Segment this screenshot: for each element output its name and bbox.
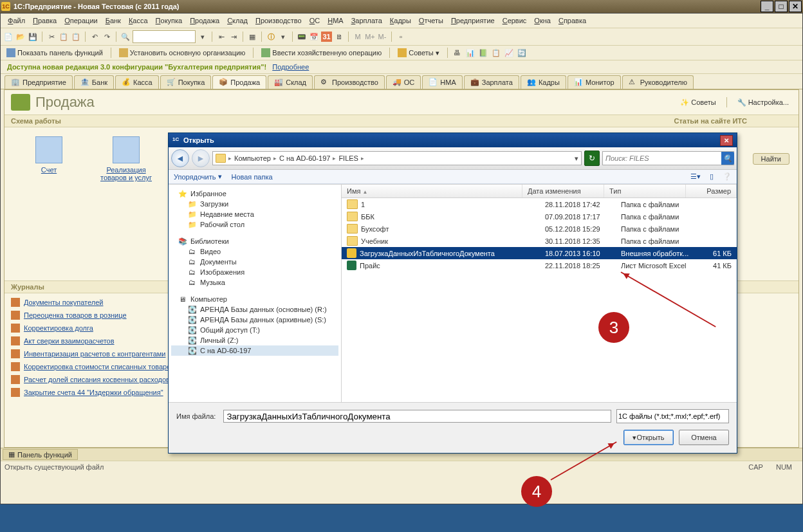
windows-icon[interactable]: ▦	[247, 32, 257, 42]
chart-icon[interactable]: 📈	[504, 48, 514, 58]
open-icon[interactable]: 📂	[15, 32, 26, 42]
m-icon[interactable]: M	[353, 32, 363, 42]
calendar-icon[interactable]: 📅	[309, 32, 319, 42]
newfolder-button[interactable]: Новая папка	[231, 173, 272, 181]
set-org-button[interactable]: Установить основную организацию	[116, 47, 249, 59]
copy-icon[interactable]: 📋	[59, 32, 69, 42]
menu-item[interactable]: Покупка	[152, 15, 186, 26]
tree-item[interactable]: ⭐Избранное	[171, 188, 338, 199]
cut-icon[interactable]: ✂	[46, 32, 57, 42]
tab-Банк[interactable]: 🏦Банк	[74, 75, 114, 89]
nav-forward-button[interactable]: ►	[192, 149, 210, 167]
report-icon[interactable]: 📊	[465, 48, 475, 58]
tree-item[interactable]: 🗂Документы	[171, 257, 338, 267]
tree-item[interactable]: 💽АРЕНДА Базы данных (основные) (R:)	[171, 304, 338, 315]
file-row[interactable]: Учебник30.11.2018 12:35Папка с файлами	[342, 235, 737, 247]
menu-item[interactable]: Банк	[102, 15, 124, 26]
tree-item[interactable]: 💽C на AD-60-197	[171, 345, 338, 356]
show-panel-button[interactable]: Показать панель функций	[3, 47, 106, 59]
paste-icon[interactable]: 📋	[71, 32, 81, 42]
close-button[interactable]: ✕	[789, 1, 802, 12]
menu-item[interactable]: Окна	[531, 15, 554, 26]
menu-item[interactable]: Зарплата	[348, 15, 385, 26]
tree-item[interactable]: 🗂Музыка	[171, 277, 338, 288]
tree-item[interactable]: 💽Общий доступ (T:)	[171, 325, 338, 335]
tab-Монитор[interactable]: 📊Монитор	[568, 75, 621, 89]
save-icon[interactable]: 💾	[28, 32, 38, 42]
menu-item[interactable]: Справка	[555, 15, 589, 26]
file-row[interactable]: Прайс22.11.2018 18:25Лист Microsoft Exce…	[342, 259, 737, 271]
print-icon[interactable]: 🖶	[452, 48, 463, 58]
menu-item[interactable]: Файл	[5, 15, 28, 26]
nav-back-button[interactable]: ◄	[171, 149, 189, 167]
menu-item[interactable]: НМА	[324, 15, 346, 26]
tab-Касса[interactable]: 💰Касса	[115, 75, 159, 89]
tree-item[interactable]: 💽АРЕНДА Базы данных (архивные) (S:)	[171, 315, 338, 325]
tree-item[interactable]: 📁Недавние места	[171, 209, 338, 219]
tab-Покупка[interactable]: 🛒Покупка	[160, 75, 212, 89]
undo-icon[interactable]: ↶	[89, 32, 100, 42]
workflow-item[interactable]: Счет	[20, 136, 78, 181]
tree-item[interactable]: 🗂Изображения	[171, 267, 338, 277]
chevron-down-icon[interactable]: ▾	[278, 32, 288, 42]
book-icon[interactable]: 📗	[478, 48, 488, 58]
tab-Зарплата[interactable]: 💼Зарплата	[464, 75, 519, 89]
tab-Продажа[interactable]: 📦Продажа	[212, 75, 266, 89]
tips-page-button[interactable]: ✨ Советы	[677, 97, 719, 108]
filename-input[interactable]	[223, 410, 611, 423]
search-input[interactable]	[133, 30, 196, 43]
filter-select[interactable]	[616, 409, 729, 423]
date31-icon[interactable]: 31	[321, 32, 332, 42]
dialog-close-button[interactable]: ✕	[720, 135, 733, 146]
menu-item[interactable]: ОС	[306, 15, 324, 26]
info-icon[interactable]: ⓘ	[266, 32, 276, 42]
file-row[interactable]: Бухсофт05.12.2018 15:29Папка с файлами	[342, 223, 737, 235]
preview-pane-button[interactable]: ▯	[710, 172, 714, 181]
menu-item[interactable]: Продажа	[187, 15, 223, 26]
refresh-button[interactable]: ↻	[584, 151, 600, 166]
tree-item[interactable]: 🖥Компьютер	[171, 294, 338, 304]
mminus-icon[interactable]: M-	[377, 32, 387, 42]
calc-icon[interactable]: 📟	[297, 32, 307, 42]
organize-button[interactable]: Упорядочить ▾	[174, 172, 222, 181]
menu-item[interactable]: Правка	[30, 15, 60, 26]
address-bar[interactable]: ▸Компьютер▸C на AD-60-197▸FILES▸▾	[212, 151, 582, 165]
menu-item[interactable]: Производство	[252, 15, 305, 26]
new-icon[interactable]: 📄	[3, 32, 14, 42]
go-fwd-icon[interactable]: ⇥	[228, 32, 239, 42]
dialog-search-input[interactable]: Поиск: FILES 🔍	[602, 151, 734, 165]
tab-Производство[interactable]: ⚙Производство	[314, 75, 385, 89]
tree-item[interactable]: 💽Личный (Z:)	[171, 335, 338, 345]
tree-item[interactable]: 📁Загрузки	[171, 199, 338, 209]
menu-item[interactable]: Предприятие	[448, 15, 498, 26]
folder-tree[interactable]: ⭐Избранное📁Загрузки📁Недавние места📁Рабоч…	[169, 185, 342, 402]
tab-Склад[interactable]: 🏭Склад	[268, 75, 313, 89]
mplus-icon[interactable]: M+	[365, 32, 375, 42]
notice-more-link[interactable]: Подробнее	[272, 63, 309, 71]
tips-button[interactable]: Советы ▾	[394, 47, 442, 59]
blank-page-icon[interactable]: ▫	[396, 32, 406, 42]
menu-item[interactable]: Отчеты	[416, 15, 447, 26]
go-back-icon[interactable]: ⇤	[216, 32, 226, 42]
workflow-item[interactable]: Реализация товаров и услуг	[97, 136, 155, 181]
search-go-icon[interactable]: 🔍	[721, 152, 734, 165]
menu-item[interactable]: Сервис	[499, 15, 530, 26]
sync-icon[interactable]: 🔄	[517, 48, 527, 58]
doc-icon[interactable]: 🗎	[334, 32, 344, 42]
find-button[interactable]: Найти	[753, 153, 789, 165]
file-row[interactable]: ЗагрузкаДанныхИзТабличногоДокумента18.07…	[342, 247, 737, 259]
form-icon[interactable]: 📋	[491, 48, 501, 58]
tab-Кадры[interactable]: 👥Кадры	[521, 75, 566, 89]
taskbar-item[interactable]: ▦ Панель функций	[3, 449, 78, 460]
tab-Руководителю[interactable]: ⚠Руководителю	[622, 75, 694, 89]
help-button[interactable]: ❔	[723, 172, 732, 181]
main-menu[interactable]: ФайлПравкаОперацииБанкКассаПокупкаПродаж…	[1, 14, 802, 28]
tree-item[interactable]: 📚Библиотеки	[171, 236, 338, 246]
tree-item[interactable]: 🗂Видео	[171, 246, 338, 257]
cancel-button[interactable]: Отмена	[679, 430, 729, 445]
file-row[interactable]: ББК07.09.2018 17:17Папка с файлами	[342, 210, 737, 223]
chevron-down-icon[interactable]: ▾	[198, 32, 208, 42]
search-icon[interactable]: 🔍	[120, 32, 131, 42]
menu-item[interactable]: Склад	[224, 15, 251, 26]
menu-item[interactable]: Операции	[61, 15, 100, 26]
